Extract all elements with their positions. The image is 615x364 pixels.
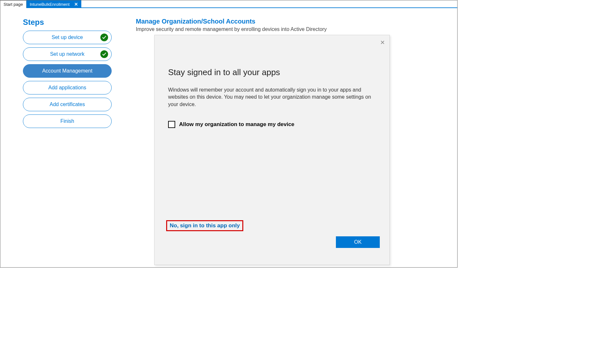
checkmark-icon	[100, 34, 108, 41]
step-add-applications[interactable]: Add applications	[23, 81, 112, 94]
ok-button[interactable]: OK	[336, 236, 380, 248]
step-label: Set up device	[52, 34, 83, 40]
close-icon[interactable]: ✕	[74, 2, 78, 7]
page-title: Manage Organization/School Accounts	[136, 18, 448, 25]
app-window: Start page IntuneBulkEnrollment ✕ Steps …	[0, 0, 458, 268]
dialog-description: Windows will remember your account and a…	[168, 86, 376, 108]
close-icon[interactable]: ✕	[380, 39, 385, 46]
step-finish[interactable]: Finish	[23, 114, 112, 128]
sidebar-title: Steps	[23, 18, 110, 27]
step-label: Finish	[60, 118, 74, 124]
step-label: Account Management	[42, 68, 93, 74]
tab-label: Start page	[4, 2, 23, 7]
step-setup-network[interactable]: Set up network	[23, 47, 112, 61]
dialog-title: Stay signed in to all your apps	[168, 67, 376, 77]
dialog-body: Stay signed in to all your apps Windows …	[155, 35, 389, 128]
checkmark-icon	[100, 50, 108, 58]
step-add-certificates[interactable]: Add certificates	[23, 98, 112, 111]
checkbox-label: Allow my organization to manage my devic…	[179, 121, 294, 128]
tab-bar: Start page IntuneBulkEnrollment ✕	[0, 0, 457, 8]
checkbox-icon[interactable]	[168, 121, 175, 128]
page-subtitle: Improve security and remote management b…	[136, 26, 448, 32]
signin-dialog: ✕ Stay signed in to all your apps Window…	[154, 35, 390, 265]
step-account-management[interactable]: Account Management	[23, 64, 112, 78]
sign-in-app-only-container: No, sign in to this app only	[166, 220, 243, 231]
highlight-box: No, sign in to this app only	[166, 220, 243, 231]
tab-start-page[interactable]: Start page	[0, 0, 26, 8]
tab-intune-bulk-enrollment[interactable]: IntuneBulkEnrollment ✕	[26, 0, 81, 8]
step-label: Add applications	[48, 85, 86, 91]
step-label: Set up network	[50, 51, 85, 57]
step-label: Add certificates	[50, 102, 85, 107]
steps-sidebar: Steps Set up device Set up network Accou…	[10, 15, 123, 131]
tab-label: IntuneBulkEnrollment	[30, 2, 70, 7]
step-setup-device[interactable]: Set up device	[23, 31, 112, 44]
sign-in-app-only-link[interactable]: No, sign in to this app only	[170, 222, 240, 229]
manage-device-option[interactable]: Allow my organization to manage my devic…	[168, 121, 376, 128]
